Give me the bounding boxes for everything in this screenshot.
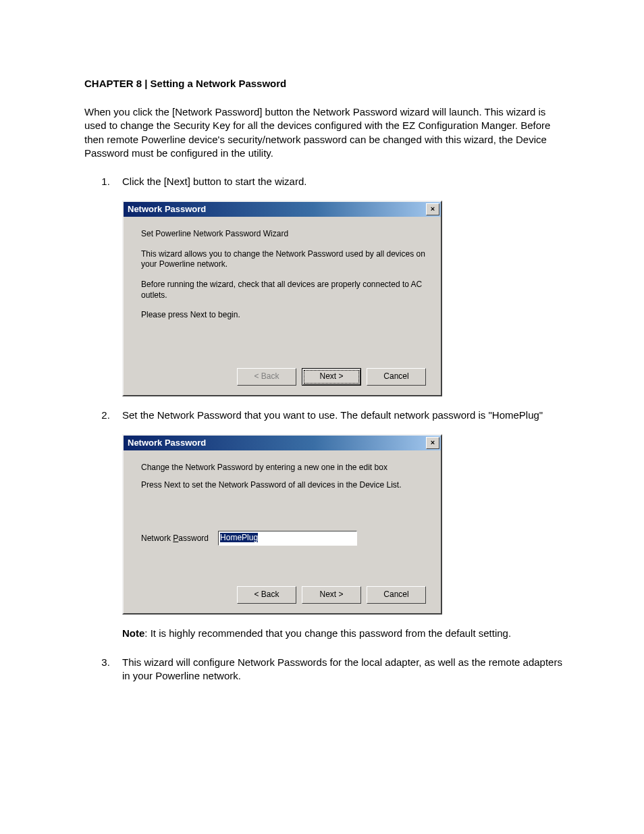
network-password-input[interactable]: HomePlug — [218, 531, 357, 546]
wizard-desc-1: This wizard allows you to change the Net… — [141, 249, 426, 270]
close-button[interactable]: × — [426, 203, 439, 215]
step-list: Click the [Next] button to start the wiz… — [84, 175, 563, 683]
step-3-text: This wizard will configure Network Passw… — [122, 656, 562, 681]
change-desc-2: Press Next to set the Network Password o… — [141, 480, 426, 491]
network-password-dialog-1: Network Password × Set Powerline Network… — [122, 201, 442, 396]
next-button[interactable]: Next > — [302, 586, 361, 604]
wizard-desc-2: Before running the wizard, check that al… — [141, 280, 426, 301]
dialog-title: Network Password — [128, 437, 206, 449]
titlebar: Network Password × — [124, 202, 441, 217]
wizard-heading: Set Powerline Network Password Wizard — [141, 229, 426, 240]
back-button[interactable]: < Back — [237, 586, 296, 604]
step-2: Set the Network Password that you want t… — [113, 409, 563, 641]
titlebar: Network Password × — [124, 436, 441, 450]
wizard-desc-3: Please press Next to begin. — [141, 310, 426, 321]
note-label: Note — [122, 627, 144, 639]
cancel-button[interactable]: Cancel — [367, 586, 426, 604]
change-desc-1: Change the Network Password by entering … — [141, 463, 426, 473]
note-text: : It is highly recommended that you chan… — [144, 627, 511, 639]
close-button[interactable]: × — [426, 437, 439, 449]
back-button: < Back — [237, 368, 296, 386]
cancel-button[interactable]: Cancel — [367, 368, 426, 386]
step-2-text: Set the Network Password that you want t… — [122, 409, 543, 421]
intro-paragraph: When you click the [Network Password] bu… — [84, 105, 563, 160]
next-button[interactable]: Next > — [302, 368, 361, 386]
step-1: Click the [Next] button to start the wiz… — [113, 175, 563, 396]
input-value: HomePlug — [220, 533, 258, 542]
step-1-text: Click the [Next] button to start the wiz… — [122, 176, 306, 187]
network-password-label: Network Password — [141, 533, 209, 544]
chapter-heading: CHAPTER 8 | Setting a Network Password — [84, 78, 563, 89]
dialog-title: Network Password — [128, 203, 206, 215]
network-password-dialog-2: Network Password × Change the Network Pa… — [122, 434, 442, 615]
step-3: This wizard will configure Network Passw… — [113, 656, 563, 683]
note: Note: It is highly recommended that you … — [122, 627, 563, 640]
